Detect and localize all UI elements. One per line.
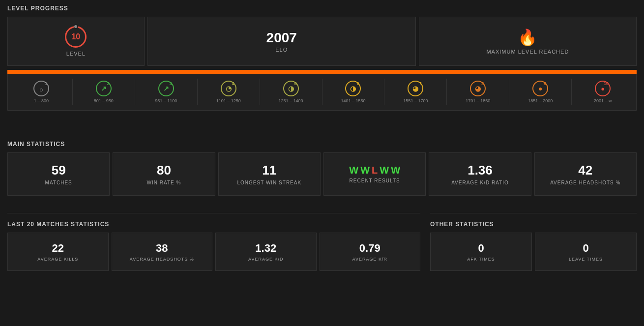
step-circle-4: 4 ◔ <box>221 81 236 96</box>
stat-avg-hs: 38 AVERAGE HEADSHOTS % <box>112 233 213 271</box>
kd-ratio-value: 1.36 <box>468 163 493 178</box>
afk-value: 0 <box>478 242 484 255</box>
win-rate-label: WIN RATE % <box>147 180 181 185</box>
level-step-2: 2 ↗ 801 – 950 <box>73 79 135 105</box>
step-circle-9: 9 ● <box>532 81 548 96</box>
max-level-card: 🔥 MAXIMUM LEVEL REACHED <box>419 17 637 66</box>
step-range-8: 1701 – 1850 <box>466 98 490 103</box>
elo-card: 2007 ELO <box>147 17 416 66</box>
level-label: LEVEL <box>66 51 86 57</box>
main-statistics-section: MAIN STATISTICS 59 MATCHES 80 WIN RATE %… <box>7 120 637 196</box>
step-circle-2: 2 ↗ <box>96 81 112 96</box>
result-w2: W <box>360 165 370 176</box>
step-range-7: 1551 – 1700 <box>403 98 428 103</box>
level-cards-row: 10 LEVEL 2007 ELO 🔥 MAXIMUM LEVEL REACHE… <box>7 17 637 66</box>
main-stats-title: MAIN STATISTICS <box>7 141 637 148</box>
level-step-9: 9 ● 1851 – 2000 <box>509 79 572 105</box>
elo-value: 2007 <box>266 30 297 46</box>
stat-afk: 0 AFK TIMES <box>430 233 532 271</box>
avg-kr-label: AVERAGE K/R <box>352 257 387 262</box>
stat-avg-kr: 0.79 AVERAGE K/R <box>320 233 421 271</box>
avg-hs-label: AVERAGE HEADSHOTS % <box>130 257 194 262</box>
stat-avg-kd: 1.32 AVERAGE K/D <box>215 233 317 271</box>
step-range-9: 1851 – 2000 <box>528 98 553 103</box>
step-range-1: 1 – 800 <box>34 98 49 103</box>
result-w3: W <box>380 165 389 176</box>
recent-results-label: RECENT RESULTS <box>350 178 400 183</box>
step-circle-8: 8 ◕ <box>470 81 486 96</box>
max-level-label: MAXIMUM LEVEL REACHED <box>486 49 569 55</box>
matches-label: MATCHES <box>45 180 72 185</box>
avg-kd-label: AVERAGE K/D <box>248 257 283 262</box>
level-step-1: 1 ○ 1 – 800 <box>10 79 73 105</box>
headshots-value: 42 <box>578 163 592 178</box>
step-circle-3: 3 ↗ <box>158 81 174 96</box>
avg-hs-value: 38 <box>156 242 168 255</box>
level-steps-row: 1 ○ 1 – 800 2 ↗ 801 – 950 3 ↗ 951 – 1100 <box>7 74 637 111</box>
level-step-10: 10 ● 2001 – ∞ <box>572 79 634 105</box>
result-w1: W <box>349 165 358 176</box>
progress-bar <box>7 70 637 74</box>
step-circle-1: 1 ○ <box>33 81 49 96</box>
step-circle-7: 7 ◕ <box>408 81 423 96</box>
other-stats-section: OTHER STATISTICS 0 AFK TIMES 0 LEAVE TIM… <box>430 206 637 271</box>
other-stats-title: OTHER STATISTICS <box>430 221 637 228</box>
step-circle-5: 5 ◑ <box>283 81 299 96</box>
stat-win-rate: 80 WIN RATE % <box>113 152 215 196</box>
divider-1 <box>7 133 637 133</box>
level-step-5: 5 ◑ 1251 – 1400 <box>260 79 322 105</box>
level-progress-title: LEVEL PROGRESS <box>7 5 637 12</box>
stat-kd-ratio: 1.36 AVERAGE K/D RATIO <box>429 152 531 196</box>
level-step-4: 4 ◔ 1101 – 1250 <box>198 79 260 105</box>
last20-stats-row: 22 AVERAGE KILLS 38 AVERAGE HEADSHOTS % … <box>7 233 420 271</box>
step-range-2: 801 – 950 <box>94 98 114 103</box>
stat-leave: 0 LEAVE TIMES <box>535 233 637 271</box>
bottom-sections: LAST 20 MATCHES STATISTICS 22 AVERAGE KI… <box>7 206 637 271</box>
level-step-7: 7 ◕ 1551 – 1700 <box>384 79 447 105</box>
win-streak-label: LONGEST WIN STREAK <box>237 180 302 185</box>
level-badge: 10 <box>65 26 87 48</box>
leave-label: LEAVE TIMES <box>569 257 603 262</box>
result-l1: L <box>372 165 378 176</box>
last20-section: LAST 20 MATCHES STATISTICS 22 AVERAGE KI… <box>7 206 420 271</box>
divider-2 <box>7 213 420 213</box>
main-stats-row: 59 MATCHES 80 WIN RATE % 11 LONGEST WIN … <box>7 152 637 196</box>
level-value: 10 <box>71 32 80 41</box>
step-range-5: 1251 – 1400 <box>279 98 303 103</box>
avg-kills-value: 22 <box>52 242 64 255</box>
step-circle-6: 6 ◑ <box>345 81 361 96</box>
level-progress-section: LEVEL PROGRESS 10 LEVEL 2007 ELO 🔥 MAXIM… <box>7 5 637 111</box>
avg-kr-value: 0.79 <box>359 242 381 255</box>
stat-avg-kills: 22 AVERAGE KILLS <box>7 233 109 271</box>
divider-3 <box>430 213 637 213</box>
leave-value: 0 <box>583 242 588 255</box>
level-step-6: 6 ◑ 1401 – 1550 <box>322 79 385 105</box>
stat-recent-results: W W L W W RECENT RESULTS <box>323 152 426 196</box>
step-range-10: 2001 – ∞ <box>594 98 612 103</box>
stat-win-streak: 11 LONGEST WIN STREAK <box>218 152 321 196</box>
win-streak-value: 11 <box>262 163 276 178</box>
level-step-3: 3 ↗ 951 – 1100 <box>135 79 198 105</box>
step-circle-10: 10 ● <box>595 81 611 96</box>
recent-results-values: W W L W W <box>349 165 400 176</box>
avg-kills-label: AVERAGE KILLS <box>37 257 78 262</box>
win-rate-value: 80 <box>157 163 171 178</box>
other-stats-row: 0 AFK TIMES 0 LEAVE TIMES <box>430 233 637 271</box>
stat-headshots: 42 AVERAGE HEADSHOTS % <box>534 152 637 196</box>
level-card: 10 LEVEL <box>7 17 145 66</box>
avg-kd-value: 1.32 <box>255 242 276 255</box>
result-w4: W <box>391 165 400 176</box>
fire-icon: 🔥 <box>518 28 537 47</box>
step-range-4: 1101 – 1250 <box>216 98 241 103</box>
last20-title: LAST 20 MATCHES STATISTICS <box>7 221 420 228</box>
afk-label: AFK TIMES <box>467 257 495 262</box>
kd-ratio-label: AVERAGE K/D RATIO <box>451 180 509 185</box>
elo-label: ELO <box>275 47 288 53</box>
level-step-8: 8 ◕ 1701 – 1850 <box>447 79 509 105</box>
matches-value: 59 <box>52 163 66 178</box>
step-range-6: 1401 – 1550 <box>341 98 365 103</box>
step-range-3: 951 – 1100 <box>155 98 177 103</box>
headshots-label: AVERAGE HEADSHOTS % <box>550 180 620 185</box>
stat-matches: 59 MATCHES <box>7 152 110 196</box>
